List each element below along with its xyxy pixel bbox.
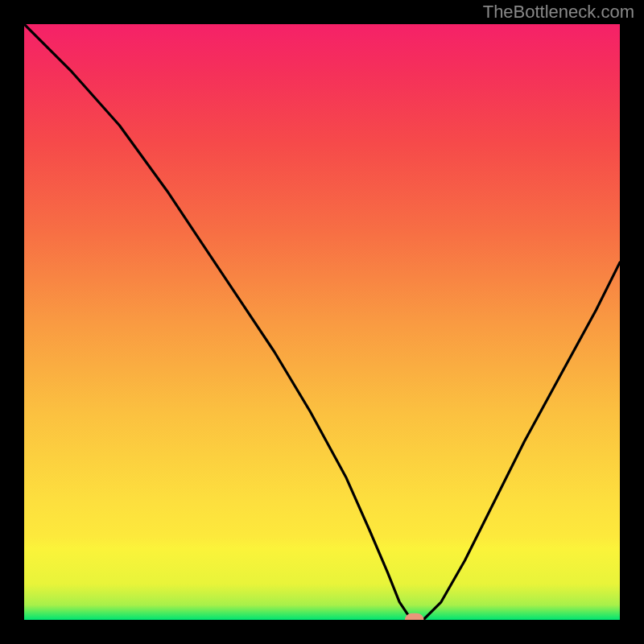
- plot-area: [24, 24, 620, 620]
- curve-layer: [24, 24, 620, 620]
- bottleneck-curve: [24, 24, 620, 620]
- chart-frame: TheBottleneck.com: [0, 0, 644, 644]
- attribution-text: TheBottleneck.com: [483, 2, 634, 23]
